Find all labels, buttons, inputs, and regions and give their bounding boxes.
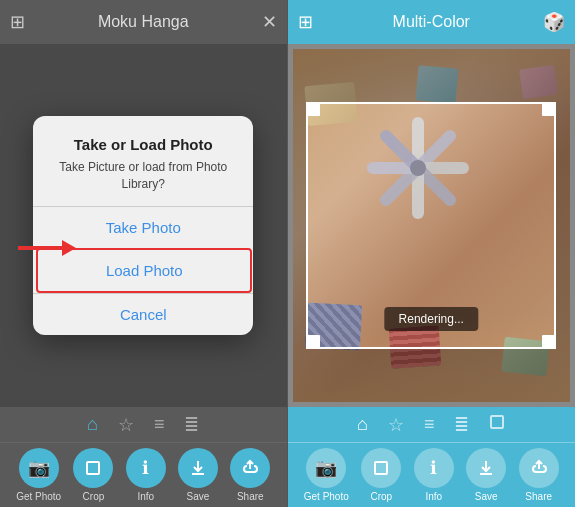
info-label: Info	[137, 491, 154, 502]
right-info-icon: ℹ	[414, 448, 454, 488]
cancel-button[interactable]: Cancel	[33, 293, 253, 335]
save-icon	[178, 448, 218, 488]
right-grid-list-icon[interactable]: ≣	[454, 414, 469, 436]
right-get-photo-icon: 📷	[306, 448, 346, 488]
right-crop-label: Crop	[370, 491, 392, 502]
left-tab-crop[interactable]: Crop	[73, 448, 113, 502]
modal-title: Take or Load Photo	[49, 136, 237, 153]
crop-corner-tr[interactable]	[542, 102, 556, 116]
crop-label: Crop	[83, 491, 105, 502]
fabric-patch-2	[416, 65, 459, 103]
right-list-icon[interactable]: ≡	[424, 414, 435, 435]
left-tab-info[interactable]: ℹ Info	[126, 448, 166, 502]
crop-corner-bl[interactable]	[306, 335, 320, 349]
crop-icon	[73, 448, 113, 488]
home-icon[interactable]: ⌂	[87, 414, 98, 435]
get-photo-label: Get Photo	[16, 491, 61, 502]
left-panel: ⊞ Moku Hanga ✕ Take or Load Photo Take P…	[0, 0, 287, 507]
info-icon: ℹ	[126, 448, 166, 488]
right-tab-info[interactable]: ℹ Info	[414, 448, 454, 502]
right-header: ⊞ Multi-Color 🎲	[288, 0, 576, 44]
save-label: Save	[187, 491, 210, 502]
right-crop-top-icon[interactable]	[489, 414, 505, 435]
right-tab-crop[interactable]: Crop	[361, 448, 401, 502]
right-tab-bar-bottom: 📷 Get Photo Crop ℹ Info	[288, 443, 576, 507]
photo-container: Rendering...	[293, 49, 571, 402]
arrow-shape	[18, 246, 66, 250]
right-share-label: Share	[525, 491, 552, 502]
left-tab-bar-top: ⌂ ☆ ≡ ≣	[0, 407, 287, 443]
left-panel-title: Moku Hanga	[98, 13, 189, 31]
right-panel: ⊞ Multi-Color 🎲	[288, 0, 576, 507]
right-tab-get-photo[interactable]: 📷 Get Photo	[304, 448, 349, 502]
svg-rect-10	[491, 416, 503, 428]
take-or-load-dialog: Take or Load Photo Take Picture or load …	[33, 116, 253, 336]
right-home-icon[interactable]: ⌂	[357, 414, 368, 435]
crop-corner-br[interactable]	[542, 335, 556, 349]
modal-subtitle: Take Picture or load from Photo Library?	[49, 159, 237, 193]
left-tab-get-photo[interactable]: 📷 Get Photo	[16, 448, 61, 502]
right-content-area: Rendering...	[288, 44, 576, 407]
list-icon[interactable]: ≡	[154, 414, 165, 435]
fabric-patch-3	[519, 64, 558, 99]
modal-overlay: Take or Load Photo Take Picture or load …	[0, 44, 287, 407]
right-tab-save[interactable]: Save	[466, 448, 506, 502]
left-header-close-icon[interactable]: ✕	[262, 11, 277, 33]
left-tab-bar-bottom: 📷 Get Photo Crop ℹ Info	[0, 443, 287, 507]
left-tab-save[interactable]: Save	[178, 448, 218, 502]
right-tab-bar-top: ⌂ ☆ ≡ ≣	[288, 407, 576, 443]
left-tab-share[interactable]: Share	[230, 448, 270, 502]
left-content-area: Take or Load Photo Take Picture or load …	[0, 44, 287, 407]
left-tab-bar: ⌂ ☆ ≡ ≣ 📷 Get Photo Crop ℹ Info	[0, 407, 287, 507]
svg-rect-0	[87, 462, 99, 474]
arrow-annotation	[18, 246, 66, 250]
share-icon	[230, 448, 270, 488]
right-save-icon	[466, 448, 506, 488]
right-share-icon	[519, 448, 559, 488]
right-tab-share[interactable]: Share	[519, 448, 559, 502]
left-header: ⊞ Moku Hanga ✕	[0, 0, 287, 44]
get-photo-icon: 📷	[19, 448, 59, 488]
right-get-photo-label: Get Photo	[304, 491, 349, 502]
right-panel-title: Multi-Color	[393, 13, 470, 31]
right-star-icon[interactable]: ☆	[388, 414, 404, 436]
right-save-label: Save	[475, 491, 498, 502]
right-info-label: Info	[425, 491, 442, 502]
right-header-fx-icon[interactable]: 🎲	[543, 11, 565, 33]
left-header-grid-icon[interactable]: ⊞	[10, 11, 25, 33]
star-icon[interactable]: ☆	[118, 414, 134, 436]
share-label: Share	[237, 491, 264, 502]
rendering-status: Rendering...	[385, 307, 478, 331]
crop-corner-tl[interactable]	[306, 102, 320, 116]
right-tab-bar: ⌂ ☆ ≡ ≣ 📷 Get Photo Crop	[288, 407, 576, 507]
grid-list-icon[interactable]: ≣	[184, 414, 199, 436]
right-header-grid-icon[interactable]: ⊞	[298, 11, 313, 33]
right-crop-icon	[361, 448, 401, 488]
svg-rect-11	[375, 462, 387, 474]
